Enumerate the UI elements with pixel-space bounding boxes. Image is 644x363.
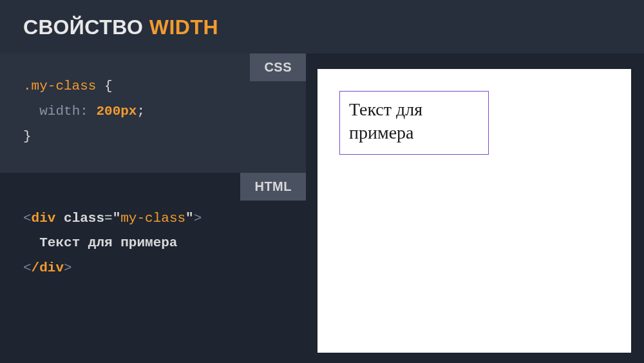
css-indent — [23, 104, 39, 119]
css-label: CSS — [250, 54, 306, 81]
h-gt-2: > — [64, 260, 72, 275]
example-box: Текст для примера — [339, 91, 489, 155]
h-q2: " — [185, 211, 194, 226]
css-brace-open: { — [96, 79, 112, 93]
css-value: 200px — [96, 104, 137, 119]
h-sp — [55, 211, 64, 226]
html-label: HTML — [240, 173, 306, 201]
css-prop: width — [39, 104, 80, 119]
h-tag-open: div — [32, 211, 56, 226]
slide-title: СВОЙСТВО WIDTH — [23, 15, 621, 39]
css-colon: : — [80, 104, 96, 119]
css-brace-close: } — [23, 129, 32, 144]
code-column: CSS .my-class { width: 200px; } HTML <di… — [0, 54, 306, 361]
h-text: Текст для примера — [39, 235, 177, 250]
css-code: .my-class { width: 200px; } — [23, 74, 283, 150]
h-gt-1: > — [194, 211, 202, 226]
h-strval: my-class — [120, 211, 185, 226]
h-lt-1: < — [23, 211, 32, 226]
h-tag-close: div — [39, 260, 64, 275]
title-prefix: СВОЙСТВО — [23, 15, 149, 39]
h-slash: / — [32, 260, 40, 275]
css-semi: ; — [137, 104, 145, 119]
css-section: CSS .my-class { width: 200px; } — [0, 54, 306, 173]
preview-column: Текст для примера — [306, 54, 644, 361]
title-highlight: WIDTH — [149, 15, 218, 39]
h-lt-2: < — [23, 260, 32, 275]
h-attr: class — [64, 211, 104, 226]
html-code: <div class="my-class"> Текст для примера… — [23, 206, 283, 282]
css-selector: .my-class — [23, 79, 96, 93]
h-eq: = — [104, 211, 113, 226]
html-section: HTML <div class="my-class"> Текст для пр… — [0, 173, 306, 361]
content-row: CSS .my-class { width: 200px; } HTML <di… — [0, 54, 644, 361]
slide-header: СВОЙСТВО WIDTH — [0, 0, 644, 54]
preview-panel: Текст для примера — [317, 69, 631, 353]
h-q1: " — [113, 211, 121, 226]
h-indent — [23, 235, 39, 250]
